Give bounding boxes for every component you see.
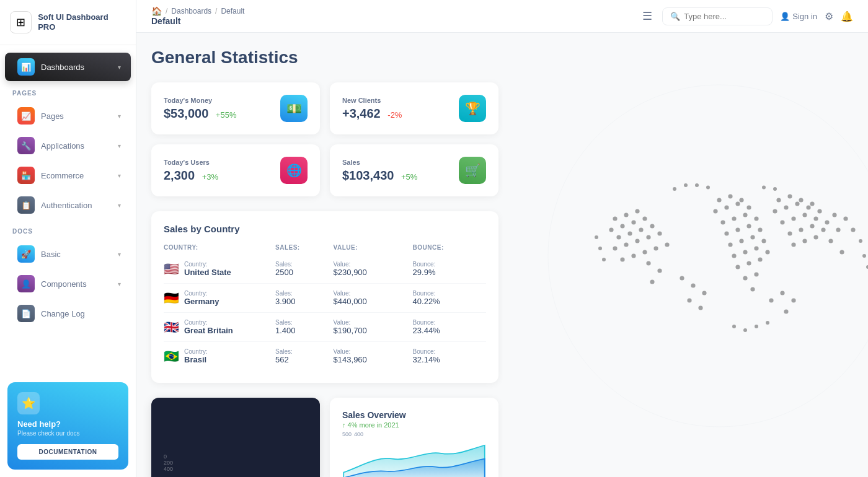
y-label: 200 xyxy=(164,460,173,466)
topbar: 🏠 / Dashboards / Default Default ☰ 🔍 👤 S… xyxy=(136,0,868,33)
sidebar-item-label: Authentication xyxy=(41,201,112,210)
country-value: $190,700 xyxy=(334,326,413,335)
stat-info: Today's Users 2,300 +3% xyxy=(164,159,218,183)
country-flag: 🇬🇧 xyxy=(164,320,179,335)
stat-label: Today's Users xyxy=(164,159,218,166)
bar-chart-area: 400 200 0 xyxy=(164,410,308,472)
country-col-label: Country: xyxy=(184,290,219,297)
bounce-col-label: Bounce: xyxy=(413,348,486,355)
sales-by-country: Sales by Country Country: Sales: Value: … xyxy=(151,211,498,383)
settings-icon[interactable]: ⚙ xyxy=(825,11,833,22)
line-chart-svg xyxy=(342,440,486,477)
sidebar-item-label: Components xyxy=(41,279,112,289)
search-input[interactable] xyxy=(684,12,764,21)
sign-in-link[interactable]: 👤 Sign in xyxy=(780,12,817,21)
chevron-down-icon: ▾ xyxy=(118,202,121,209)
svg-point-94 xyxy=(862,254,866,258)
basic-icon: 🚀 xyxy=(17,245,35,263)
stat-label: Today's Money xyxy=(164,97,236,104)
chevron-down-icon: ▾ xyxy=(118,142,121,149)
stat-info: New Clients +3,462 -2% xyxy=(342,97,402,121)
stat-change: +55% xyxy=(216,110,237,120)
breadcrumb: 🏠 / Dashboards / Default xyxy=(151,6,627,16)
sales-col-label: Sales: xyxy=(275,261,334,268)
stat-change: +3% xyxy=(202,172,218,182)
stat-icon-clients: 🏆 xyxy=(459,95,486,122)
breadcrumb-dashboards[interactable]: Dashboards xyxy=(171,7,211,15)
bounce-col-label: Bounce: xyxy=(413,290,486,297)
changelog-icon: 📄 xyxy=(17,305,35,322)
menu-icon[interactable]: ☰ xyxy=(642,9,652,23)
sidebar-item-label: Change Log xyxy=(41,309,121,318)
country-flag: 🇧🇷 xyxy=(164,349,179,364)
search-box[interactable]: 🔍 xyxy=(662,7,773,25)
dashboards-icon: 📊 xyxy=(17,58,35,76)
help-subtitle: Please check our docs xyxy=(17,430,118,437)
sidebar-item-authentication[interactable]: 📋 Authentication ▾ xyxy=(5,191,131,219)
country-name: United State xyxy=(184,268,231,277)
chevron-down-icon: ▾ xyxy=(118,172,121,179)
sidebar-item-components[interactable]: 👤 Components ▾ xyxy=(5,269,131,298)
svg-point-93 xyxy=(859,239,862,243)
sidebar-nav: 📊 Dashboards ▾ PAGES 📈 Pages ▾ 🔧 Applica… xyxy=(0,45,136,375)
stat-value: 2,300 +3% xyxy=(164,168,218,183)
sidebar-item-basic[interactable]: 🚀 Basic ▾ xyxy=(5,240,131,268)
col-header-value: Value: xyxy=(334,244,413,255)
y-label: 400 xyxy=(164,466,173,472)
chevron-down-icon: ▾ xyxy=(118,64,121,71)
value-col-label: Value: xyxy=(334,290,413,297)
stat-card-users: Today's Users 2,300 +3% 🌐 xyxy=(151,144,320,196)
sales-col-label: Sales: xyxy=(275,290,334,297)
chevron-down-icon: ▾ xyxy=(118,251,121,258)
country-value: $143,960 xyxy=(334,355,413,364)
breadcrumb-sep2: / xyxy=(215,7,217,15)
stat-card-sales: Sales $103,430 +5% 🛒 xyxy=(330,144,498,196)
so-y-labels: 500 400 xyxy=(342,431,486,437)
ecommerce-icon: 🏪 xyxy=(17,167,35,184)
home-icon: 🏠 xyxy=(151,6,162,16)
value-col-label: Value: xyxy=(334,261,413,268)
sidebar-item-label: Pages xyxy=(41,112,112,121)
sales-section-title: Sales by Country xyxy=(164,224,486,234)
sales-overview-card: Sales Overview ↑ 4% more in 2021 500 400 xyxy=(330,398,498,477)
stat-info: Sales $103,430 +5% xyxy=(342,159,417,183)
components-icon: 👤 xyxy=(17,275,35,292)
value-col-label: Value: xyxy=(334,319,413,326)
logo-icon: ⊞ xyxy=(10,11,32,33)
sidebar-item-label: Applications xyxy=(41,141,112,151)
sidebar-item-dashboards[interactable]: 📊 Dashboards ▾ xyxy=(5,53,131,81)
col-header-country: Country: xyxy=(164,244,275,255)
bounce-col-label: Bounce: xyxy=(413,319,486,326)
stat-icon-sales: 🛒 xyxy=(459,157,486,184)
chevron-down-icon: ▾ xyxy=(118,281,121,287)
user-icon: 👤 xyxy=(780,12,790,21)
content-inner: General Statistics Today's Money $53,000… xyxy=(151,48,853,477)
country-col-label: Country: xyxy=(184,319,233,326)
stats-grid: Today's Money $53,000 +55% 💵 New Clients… xyxy=(151,82,498,196)
y-label: 0 xyxy=(164,453,173,460)
stat-change: +5% xyxy=(401,172,417,182)
bell-icon[interactable]: 🔔 xyxy=(841,11,853,22)
pages-section-label: PAGES xyxy=(0,82,136,100)
sidebar-item-pages[interactable]: 📈 Pages ▾ xyxy=(5,102,131,130)
sidebar-item-changelog[interactable]: 📄 Change Log xyxy=(5,299,131,328)
sign-in-label: Sign in xyxy=(792,12,817,21)
help-box: ⭐ Need help? Please check our docs DOCUM… xyxy=(7,382,128,470)
sidebar-item-applications[interactable]: 🔧 Applications ▾ xyxy=(5,131,131,160)
sales-overview-subtitle: ↑ 4% more in 2021 xyxy=(342,421,486,429)
stat-label: Sales xyxy=(342,159,417,166)
stat-value: $103,430 +5% xyxy=(342,168,417,183)
content-area: General Statistics Today's Money $53,000… xyxy=(136,33,868,477)
so-label-400: 400 xyxy=(354,431,363,437)
stat-change: -2% xyxy=(388,110,402,120)
y-axis: 400 200 0 xyxy=(164,453,173,472)
help-title: Need help? xyxy=(17,419,118,429)
stat-value: $53,000 +55% xyxy=(164,107,236,121)
country-flag: 🇺🇸 xyxy=(164,261,179,276)
country-col-label: Country: xyxy=(184,261,231,268)
stat-icon-money: 💵 xyxy=(280,95,308,122)
country-sales: 3.900 xyxy=(275,297,334,306)
documentation-button[interactable]: DOCUMENTATION xyxy=(17,444,118,460)
sidebar-item-ecommerce[interactable]: 🏪 Ecommerce ▾ xyxy=(5,161,131,190)
chevron-down-icon: ▾ xyxy=(118,113,121,120)
